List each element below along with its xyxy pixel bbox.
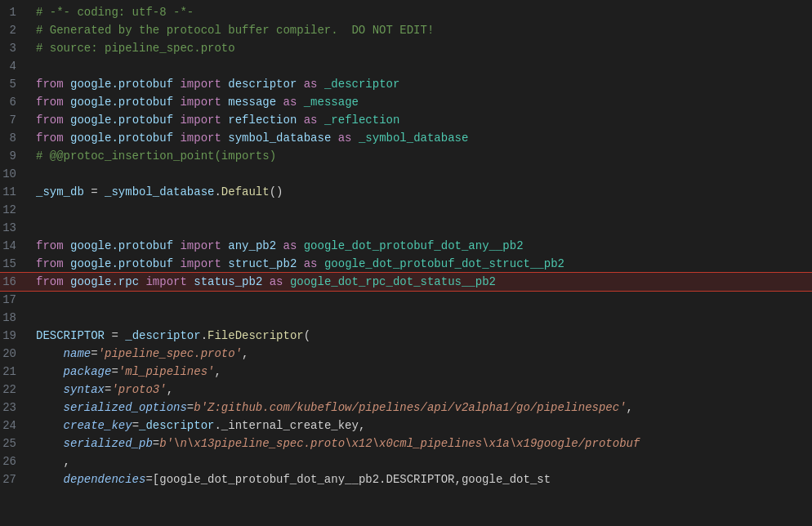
line-code — [29, 309, 36, 327]
line-number: 14 — [0, 237, 29, 255]
token: descriptor — [228, 78, 297, 91]
token: google.protobuf — [70, 96, 173, 109]
token: struct_pb2 — [228, 257, 297, 270]
token: = — [91, 347, 97, 360]
token: () — [270, 185, 283, 198]
token: ( — [304, 329, 310, 342]
line-number: 15 — [0, 255, 29, 273]
token — [331, 132, 337, 145]
line-code: DESCRIPTOR = _descriptor.FileDescriptor( — [29, 327, 310, 345]
token — [318, 257, 324, 270]
code-line-16: 16from google.rpc import status_pb2 as g… — [0, 273, 812, 291]
line-code: # source: pipeline_spec.proto — [29, 39, 235, 57]
token: , — [242, 347, 248, 360]
token: from — [36, 257, 64, 270]
line-code — [29, 219, 36, 237]
line-number: 21 — [0, 363, 29, 381]
line-number: 19 — [0, 327, 29, 345]
token — [36, 401, 64, 414]
token — [64, 239, 70, 252]
line-code — [29, 57, 36, 75]
code-line-13: 13 — [0, 219, 812, 237]
line-code: serialized_pb=b'\n\x13pipeline_spec.prot… — [29, 435, 640, 452]
line-number: 10 — [0, 165, 29, 183]
token: symbol_database — [228, 132, 331, 145]
token — [262, 275, 269, 288]
code-line-2: 2# Generated by the protocol buffer comp… — [0, 21, 812, 39]
line-code: create_key=_descriptor._internal_create_… — [29, 417, 365, 435]
token: dependencies — [64, 473, 146, 486]
token — [352, 132, 359, 145]
token: = — [132, 419, 139, 432]
token — [64, 275, 70, 288]
token: as — [283, 239, 297, 252]
token — [283, 275, 290, 288]
line-code: from google.protobuf import any_pb2 as g… — [29, 237, 524, 255]
code-line-9: 9# @@protoc_insertion_point(imports) — [0, 147, 812, 165]
token: reflection — [228, 114, 297, 127]
line-code: name='pipeline_spec.proto', — [29, 345, 248, 363]
line-code: syntax='proto3', — [29, 381, 173, 399]
line-code — [29, 201, 36, 219]
line-code — [29, 291, 36, 309]
token: _descriptor — [324, 78, 399, 91]
token: import — [180, 239, 221, 252]
code-line-17: 17 — [0, 291, 812, 309]
token — [297, 114, 303, 127]
token: 'proto3' — [111, 383, 166, 396]
line-number: 26 — [0, 452, 29, 470]
line-number: 20 — [0, 345, 29, 363]
token: import — [180, 96, 221, 109]
token — [64, 78, 70, 91]
code-line-1: 1# -*- coding: utf-8 -*- — [0, 3, 812, 21]
token: import — [180, 78, 221, 91]
line-number: 25 — [0, 435, 29, 452]
line-code: package='ml_pipelines', — [29, 363, 221, 381]
token: google.protobuf — [70, 78, 173, 91]
token — [64, 257, 70, 270]
code-line-3: 3# source: pipeline_spec.proto — [0, 39, 812, 57]
token: from — [36, 275, 64, 288]
token: serialized_options — [64, 401, 187, 414]
token — [318, 114, 324, 127]
token: import — [180, 257, 221, 270]
token: syntax — [64, 383, 105, 396]
token: _message — [304, 96, 359, 109]
token — [276, 96, 283, 109]
token: message — [228, 96, 276, 109]
token: name — [64, 347, 91, 360]
token: _reflection — [324, 114, 399, 127]
token: google.protobuf — [70, 132, 173, 145]
token — [297, 96, 303, 109]
token: FileDescriptor — [207, 329, 304, 342]
token — [297, 78, 303, 91]
token: as — [304, 114, 318, 127]
line-number: 24 — [0, 417, 29, 435]
token: as — [338, 132, 352, 145]
token: import — [180, 114, 221, 127]
token — [64, 96, 70, 109]
token: _sym_db — [36, 185, 84, 198]
line-code: serialized_options=b'Z:github.com/kubefl… — [29, 399, 633, 417]
token: , — [627, 401, 633, 414]
line-number: 7 — [0, 111, 29, 129]
token: import — [180, 132, 221, 145]
token: , — [167, 383, 173, 396]
token: Default — [221, 185, 270, 198]
code-line-4: 4 — [0, 57, 812, 75]
token: from — [36, 78, 64, 91]
line-number: 8 — [0, 129, 29, 147]
token — [36, 437, 64, 450]
token: , — [214, 365, 221, 378]
token: = — [111, 365, 118, 378]
line-number: 6 — [0, 93, 29, 111]
code-line-6: 6from google.protobuf import message as … — [0, 93, 812, 111]
line-code: from google.protobuf import symbol_datab… — [29, 129, 468, 147]
token: # source: pipeline_spec.proto — [36, 42, 235, 55]
line-code: from google.protobuf import reflection a… — [29, 111, 399, 129]
token: = — [187, 401, 194, 414]
code-line-11: 11_sym_db = _symbol_database.Default() — [0, 183, 812, 201]
token: # Generated by the protocol buffer compi… — [36, 24, 434, 37]
token: package — [64, 365, 112, 378]
token: _descriptor — [125, 329, 200, 342]
